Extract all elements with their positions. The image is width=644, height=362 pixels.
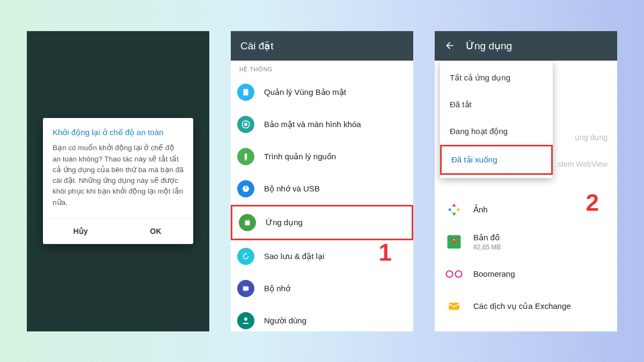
settings-item-6[interactable]: Bộ nhớ	[231, 272, 413, 305]
settings-item-icon	[239, 214, 256, 231]
ghost-text-2: stem WebView	[558, 160, 608, 168]
settings-item-7[interactable]: Người dùng	[231, 305, 413, 331]
app-item-3[interactable]: Các dịch vụ của Exchange	[435, 290, 617, 322]
cancel-button[interactable]: Hủy	[43, 218, 118, 244]
settings-item-icon	[237, 180, 254, 197]
settings-item-2[interactable]: Trình quản lý nguồn	[231, 141, 413, 173]
settings-item-label: Bộ nhớ	[264, 284, 290, 293]
app-name: Bản đồ	[473, 233, 501, 242]
settings-item-icon	[237, 280, 254, 297]
settings-appbar: Cài đặt	[231, 31, 413, 61]
settings-item-4[interactable]: Ứng dụng	[231, 205, 413, 240]
settings-item-label: Ứng dụng	[266, 218, 303, 227]
safe-mode-panel: Khởi động lại ở chế độ an toàn Bạn có mu…	[27, 31, 209, 331]
svg-rect-6	[245, 186, 246, 189]
settings-title: Cài đặt	[240, 40, 274, 52]
settings-item-label: Người dùng	[264, 316, 306, 326]
dropdown-item-3[interactable]: Đã tải xuống	[440, 145, 553, 175]
app-meta: Các dịch vụ của Exchange	[473, 301, 571, 311]
svg-point-14	[447, 271, 453, 277]
safe-mode-dialog: Khởi động lại ở chế độ an toàn Bạn có mu…	[43, 118, 193, 244]
app-name: Boomerang	[473, 269, 515, 278]
ok-button[interactable]: OK	[118, 218, 193, 244]
back-icon[interactable]	[444, 40, 455, 51]
settings-item-label: Sao lưu & đặt lại	[264, 252, 324, 261]
dropdown-item-1[interactable]: Đã tắt	[440, 91, 553, 118]
app-item-1[interactable]: Bản đồ82,65 MB	[435, 226, 617, 258]
settings-item-icon	[237, 312, 254, 329]
svg-point-15	[456, 271, 462, 277]
settings-item-1[interactable]: Bảo mật và màn hình khóa	[231, 108, 413, 141]
svg-point-13	[453, 239, 455, 241]
settings-item-label: Bộ nhớ và USB	[264, 184, 320, 194]
ghost-text-1: ụng dụng	[575, 133, 608, 142]
dropdown-item-2[interactable]: Đang hoạt động	[440, 118, 553, 145]
settings-item-icon	[237, 84, 254, 101]
step-number-1: 1	[379, 239, 392, 266]
app-item-2[interactable]: Boomerang	[435, 258, 617, 290]
apps-panel: Ứng dụng ụng dụng stem WebView Tất cả ứn…	[435, 31, 617, 331]
settings-item-0[interactable]: Quản lý Vùng Bảo mật	[231, 76, 413, 108]
settings-panel: Cài đặt HỆ THỐNG Quản lý Vùng Bảo mậtBảo…	[231, 31, 413, 331]
app-meta: Bản đồ82,65 MB	[473, 233, 501, 251]
filter-dropdown: Tất cả ứng dụngĐã tắtĐang hoạt độngĐã tả…	[440, 61, 553, 178]
svg-rect-16	[449, 302, 459, 309]
settings-item-label: Trình quản lý nguồn	[264, 152, 336, 161]
svg-rect-10	[243, 286, 249, 291]
dialog-title: Khởi động lại ở chế độ an toàn	[43, 118, 193, 143]
svg-point-9	[248, 219, 250, 220]
section-header: HỆ THỐNG	[231, 61, 413, 76]
svg-point-8	[246, 219, 247, 220]
settings-item-icon	[237, 116, 254, 133]
dialog-actions: Hủy OK	[43, 218, 193, 244]
app-name: Ảnh	[473, 205, 488, 215]
svg-point-2	[244, 123, 247, 126]
svg-rect-7	[245, 220, 250, 225]
apps-title: Ứng dụng	[466, 40, 512, 52]
settings-item-icon	[237, 248, 254, 265]
dialog-body: Bạn có muốn khởi động lại ở chế độ an to…	[43, 143, 193, 218]
settings-item-icon	[237, 148, 254, 165]
app-meta: Ảnh	[473, 205, 488, 215]
settings-item-3[interactable]: Bộ nhớ và USB	[231, 173, 413, 205]
settings-item-label: Quản lý Vùng Bảo mật	[264, 87, 346, 97]
app-sub: 82,65 MB	[473, 243, 501, 251]
app-name: Các dịch vụ của Exchange	[473, 301, 571, 311]
svg-point-11	[244, 317, 247, 321]
step-number-2: 2	[586, 189, 599, 216]
svg-rect-3	[245, 153, 247, 159]
settings-item-label: Bảo mật và màn hình khóa	[264, 120, 361, 129]
app-meta: Boomerang	[473, 269, 515, 278]
settings-list: Quản lý Vùng Bảo mậtBảo mật và màn hình …	[231, 76, 413, 331]
svg-rect-4	[245, 159, 247, 160]
dropdown-item-0[interactable]: Tất cả ứng dụng	[440, 64, 553, 91]
svg-rect-0	[244, 89, 248, 95]
apps-appbar: Ứng dụng	[435, 31, 617, 61]
